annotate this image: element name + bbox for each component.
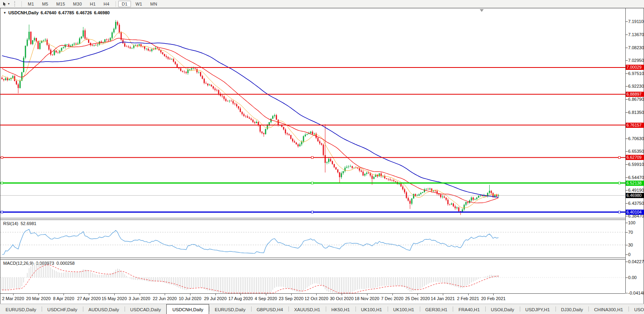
price-tick <box>626 164 628 165</box>
macd-tick-label: 0.00 <box>628 275 636 280</box>
price-tick <box>626 151 628 152</box>
timeframe-m15[interactable]: M15 <box>53 1 69 7</box>
line-handle <box>1 156 3 158</box>
chart-tool-button[interactable]: ▾ <box>1 1 11 7</box>
timeframe-h1[interactable]: H1 <box>86 1 99 7</box>
price-tick-label: 7.02950 <box>628 58 644 63</box>
macd-chart[interactable] <box>0 260 625 293</box>
date-tick <box>468 294 469 295</box>
line-handle <box>311 182 313 184</box>
date-tick <box>240 294 241 295</box>
price-level-tag[interactable]: 6.88897 <box>626 92 644 97</box>
timeframe-m5[interactable]: M5 <box>38 1 52 7</box>
chart-tab-gbpusd-h4[interactable]: GBPUSD,H4 <box>251 304 288 314</box>
date-label[interactable]: 20 Feb 2021 <box>475 296 511 301</box>
price-tick <box>626 48 628 48</box>
chart-window: ▼ USDCNH,Daily 6.47640 6.47785 6.46726 6… <box>0 8 644 304</box>
date-tick <box>38 294 39 295</box>
timeframe-buttons: M1M5M15M30H1H4D1W1MN <box>19 1 161 7</box>
price-tick-label: 6.86790 <box>628 97 644 102</box>
toolbar-separator <box>115 1 116 7</box>
price-tick-label: 6.59910 <box>628 162 644 167</box>
timeframe-mn[interactable]: MN <box>147 1 161 7</box>
cursor-icon <box>2 2 7 6</box>
rsi-tick-label: 30 <box>628 243 633 247</box>
price-level-tag[interactable]: 6.40104 <box>626 210 644 215</box>
macd-tick <box>626 262 628 262</box>
timeframe-m30[interactable]: M30 <box>69 1 85 7</box>
date-tick <box>342 294 342 295</box>
rsi-tick-label: 0 <box>628 252 631 257</box>
date-tick <box>291 294 292 295</box>
chart-tab-xauusd-h1[interactable]: XAUUSD,H1 <box>288 304 326 314</box>
chart-tab-bar: EURUSD,DailyUSDCHF,DailyAUDUSD,DailyUSDC… <box>0 304 644 314</box>
shift-marker-icon <box>480 9 484 12</box>
price-tick <box>626 99 628 100</box>
panel-divider <box>0 258 625 258</box>
line-handle <box>619 156 621 158</box>
price-tick-label: 7.19110 <box>628 19 644 24</box>
chart-tab-usdcad-daily[interactable]: USDCAD,Daily <box>125 304 166 314</box>
price-tick <box>626 35 628 35</box>
price-tick-label: 7.13670 <box>628 32 644 37</box>
rsi-chart[interactable] <box>0 220 625 257</box>
chart-tab-china300-h1[interactable]: CHINA300,H1 <box>588 304 629 314</box>
line-handle <box>311 156 313 158</box>
panel-divider <box>0 218 625 218</box>
timeframe-w1[interactable]: W1 <box>132 1 146 7</box>
line-handle <box>1 211 3 213</box>
price-tick-label: 7.08230 <box>628 45 644 50</box>
chart-tab-uk100-h1[interactable]: UK100,H1 <box>356 304 388 314</box>
price-tick-label: 6.97510 <box>628 71 644 76</box>
date-tick <box>443 294 443 295</box>
date-tick <box>215 294 216 295</box>
mt4-window: ▾ M1M5M15M30H1H4D1W1MN ▼ USDCNH,Daily 6.… <box>0 0 644 314</box>
date-tick <box>367 294 367 295</box>
price-level-tag[interactable]: 6.52138 <box>626 181 644 186</box>
chart-tab-eurusd-daily[interactable]: EURUSD,Daily <box>0 304 42 314</box>
rsi-tick <box>626 245 628 245</box>
panel-divider <box>0 293 625 294</box>
chart-tab-usdchf-daily[interactable]: USDCHF,Daily <box>42 304 83 314</box>
price-level-tag[interactable]: 6.62709 <box>626 155 644 160</box>
date-tick <box>13 294 13 295</box>
chart-tab-hk50-h1[interactable]: HK50,H1 <box>326 304 356 314</box>
candlestick-chart[interactable] <box>0 8 625 218</box>
price-tick-label: 6.54470 <box>628 175 644 180</box>
macd-tick <box>626 293 628 293</box>
price-tick <box>626 73 628 74</box>
price-level-tag[interactable]: 6.76157 <box>626 123 644 128</box>
rsi-tick <box>626 254 628 255</box>
timeframe-h4[interactable]: H4 <box>100 1 113 7</box>
chart-tab-ger30-h1[interactable]: GER30,H1 <box>420 304 453 314</box>
price-tick <box>626 177 628 178</box>
date-tick <box>417 294 418 295</box>
date-tick <box>190 294 190 295</box>
price-tick <box>626 139 628 139</box>
chart-tab-eurusd-daily[interactable]: EURUSD,Daily <box>209 304 251 314</box>
price-tick <box>626 60 628 61</box>
chart-tab-uk100-h1[interactable]: UK100,H1 <box>388 304 420 314</box>
toolbar-grip[interactable] <box>14 1 17 6</box>
macd-tick-label: -0.04148 <box>628 291 644 295</box>
macd-tick <box>626 277 628 278</box>
rsi-tick <box>626 232 628 233</box>
chart-tab-usoil[interactable]: USOil, <box>629 304 644 314</box>
chart-tab-audusd-daily[interactable]: AUDUSD,Daily <box>83 304 125 314</box>
chart-tab-dj30-daily[interactable]: DJ30,Daily <box>556 304 589 314</box>
timeframe-d1[interactable]: D1 <box>118 1 131 7</box>
date-tick <box>63 294 64 295</box>
chart-tab-usdjpy-h1[interactable]: USDJPY,H1 <box>520 304 556 314</box>
chart-tab-usdcnh-daily[interactable]: USDCNH,Daily <box>166 304 209 314</box>
price-level-tag[interactable]: 7.00029 <box>626 65 644 70</box>
price-tick <box>626 190 628 191</box>
date-tick <box>316 294 317 295</box>
date-tick <box>89 294 89 295</box>
price-tick-label: 6.43750 <box>628 201 644 206</box>
timeframe-m1[interactable]: M1 <box>24 1 38 7</box>
date-tick <box>114 294 115 295</box>
current-price-tag: 6.46980 <box>626 193 644 198</box>
chart-tab-usoil-daily[interactable]: USOil,Daily <box>485 304 520 314</box>
line-handle <box>619 211 621 213</box>
chart-tab-fra40-h1[interactable]: FRA40,H1 <box>453 304 485 314</box>
